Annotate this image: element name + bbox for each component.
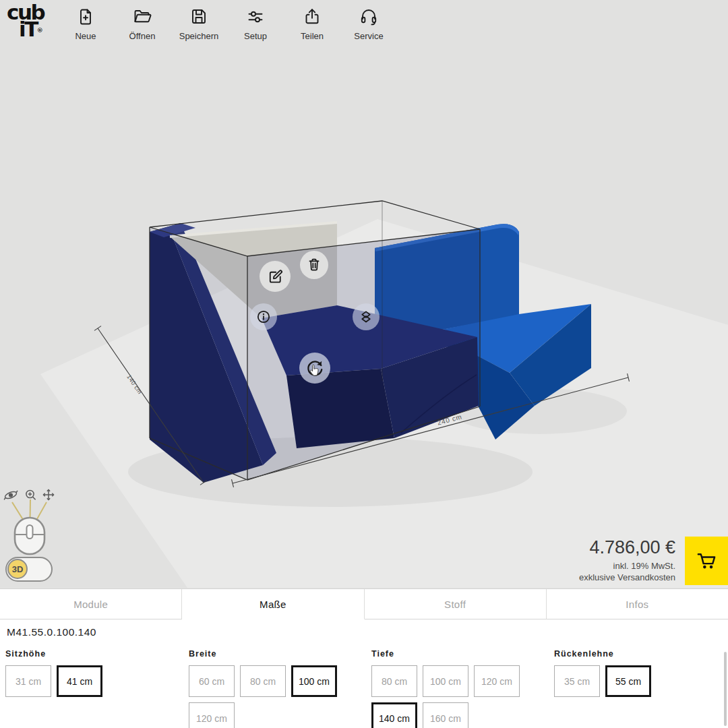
option-breite-120-cm[interactable]: 120 cm [189, 702, 235, 728]
toolbar-share-button[interactable]: Teilen [291, 7, 333, 41]
option-rueckenlehne-55-cm[interactable]: 55 cm [605, 665, 651, 697]
cart-icon [695, 549, 718, 572]
toolbar-share-label: Teilen [301, 31, 324, 41]
mouse-navigation-hint [1, 487, 63, 555]
tab-stoff[interactable]: Stoff [365, 589, 547, 619]
new-document-icon [76, 7, 95, 26]
option-group-breite: Breite60 cm80 cm100 cm120 cm [189, 649, 345, 728]
view-mode-knob[interactable]: 3D [7, 559, 28, 579]
option-sitzhoehe-41-cm[interactable]: 41 cm [57, 665, 102, 697]
option-tiefe-80-cm[interactable]: 80 cm [371, 665, 417, 697]
sliders-icon [246, 7, 265, 26]
tab-module[interactable]: Module [0, 589, 182, 619]
tab-infos[interactable]: Infos [547, 589, 728, 619]
rotate-hand-icon [305, 358, 325, 378]
option-group-rueckenlehne: Rückenlehne35 cm55 cm [554, 649, 669, 697]
toolbar-open-button[interactable]: Öffnen [121, 7, 163, 41]
toolbar-new-button[interactable]: Neue [65, 7, 107, 41]
mouse-wheel [27, 525, 33, 539]
toolbar-service-label: Service [354, 31, 383, 41]
option-group-label: Breite [189, 649, 345, 659]
pan-icon [44, 490, 54, 500]
price-total: 4.786,00 € [579, 537, 675, 558]
option-group-tiefe: Tiefe80 cm100 cm120 cm140 cm160 cm [371, 649, 528, 728]
tab-masse[interactable]: Maße [182, 589, 364, 619]
option-group-label: Tiefe [371, 649, 528, 659]
orbit-icon [4, 490, 18, 499]
save-floppy-icon [189, 7, 208, 26]
price-shipping-note: exklusive Versandkosten [579, 572, 675, 583]
rotate-module-button[interactable] [299, 353, 330, 384]
delete-module-button[interactable] [300, 251, 328, 279]
option-tiefe-140-cm[interactable]: 140 cm [371, 702, 417, 728]
option-tiefe-120-cm[interactable]: 120 cm [474, 665, 520, 697]
headset-icon [359, 7, 378, 26]
option-tiefe-160-cm[interactable]: 160 cm [423, 702, 468, 728]
toolbar-new-label: Neue [75, 31, 96, 41]
toolbar-items: NeueÖffnenSpeichernSetupTeilenService [65, 7, 390, 41]
registered-mark: ® [37, 27, 43, 34]
toolbar-setup-button[interactable]: Setup [235, 7, 276, 41]
toolbar-save-label: Speichern [179, 31, 219, 41]
price-block: 4.786,00 € inkl. 19% MwSt. exklusive Ver… [579, 537, 675, 583]
logo-line2: iT [19, 17, 37, 41]
price-tax-note: inkl. 19% MwSt. [579, 560, 675, 572]
layers-icon [357, 308, 375, 326]
product-code: M41.55.0.100.140 [7, 626, 96, 638]
toolbar-save-button[interactable]: Speichern [178, 7, 220, 41]
edit-module-button[interactable] [260, 261, 291, 292]
toolbar-setup-label: Setup [244, 31, 267, 41]
toolbar-service-button[interactable]: Service [348, 7, 390, 41]
option-rueckenlehne-35-cm[interactable]: 35 cm [554, 665, 600, 697]
module-info-button[interactable] [250, 303, 277, 330]
option-sitzhoehe-31-cm[interactable]: 31 cm [5, 665, 51, 697]
option-tiefe-100-cm[interactable]: 100 cm [423, 665, 468, 697]
app-logo: cubiT® [7, 4, 44, 38]
option-breite-60-cm[interactable]: 60 cm [189, 665, 235, 697]
bottom-tab-bar: ModuleMaßeStoffInfos [0, 588, 728, 619]
vertical-scrollbar[interactable] [724, 652, 727, 726]
add-to-cart-button[interactable] [685, 537, 728, 585]
option-group-sitzhoehe: Sitzhöhe31 cm41 cm [5, 649, 120, 697]
view-mode-toggle[interactable]: 3D [5, 557, 53, 582]
option-group-label: Sitzhöhe [5, 649, 120, 659]
3d-canvas[interactable]: 140 cm 240 cm cubiT® NeueÖffnenSpeichern… [0, 0, 728, 588]
toolbar-open-label: Öffnen [129, 31, 156, 41]
zoom-icon [26, 490, 36, 499]
module-layers-button[interactable] [353, 303, 380, 330]
share-upload-icon [303, 7, 322, 26]
open-folder-icon [133, 7, 152, 26]
edit-icon [266, 268, 284, 286]
option-breite-80-cm[interactable]: 80 cm [240, 665, 286, 697]
3d-viewport[interactable]: 140 cm 240 cm [0, 0, 728, 588]
trash-icon [305, 256, 323, 274]
configurator-panel: M41.55.0.100.140 Sitzhöhe31 cm41 cmBreit… [0, 619, 728, 728]
option-group-label: Rückenlehne [554, 649, 669, 659]
info-icon [255, 308, 272, 326]
option-breite-100-cm[interactable]: 100 cm [291, 665, 337, 697]
